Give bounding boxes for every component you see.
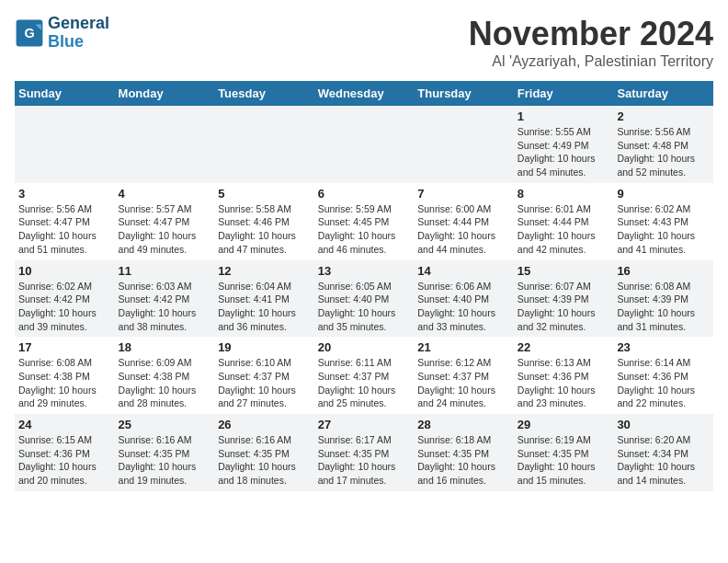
day-number: 6 xyxy=(318,187,411,201)
day-info: Sunrise: 6:19 AM Sunset: 4:35 PM Dayligh… xyxy=(518,433,610,488)
day-info: Sunrise: 6:16 AM Sunset: 4:35 PM Dayligh… xyxy=(218,433,311,488)
day-number: 5 xyxy=(218,187,311,201)
calendar-cell: 21Sunrise: 6:12 AM Sunset: 4:37 PM Dayli… xyxy=(414,337,514,414)
calendar-cell: 5Sunrise: 5:58 AM Sunset: 4:46 PM Daylig… xyxy=(214,183,314,260)
calendar-cell: 22Sunrise: 6:13 AM Sunset: 4:36 PM Dayli… xyxy=(514,337,614,414)
month-title: November 2024 xyxy=(469,15,713,53)
day-number: 29 xyxy=(518,418,610,431)
day-info: Sunrise: 6:14 AM Sunset: 4:36 PM Dayligh… xyxy=(617,356,710,410)
calendar-week-row: 10Sunrise: 6:02 AM Sunset: 4:42 PM Dayli… xyxy=(15,260,713,338)
day-info: Sunrise: 6:01 AM Sunset: 4:44 PM Dayligh… xyxy=(518,202,610,257)
day-info: Sunrise: 6:11 AM Sunset: 4:37 PM Dayligh… xyxy=(318,356,411,410)
calendar-cell: 9Sunrise: 6:02 AM Sunset: 4:43 PM Daylig… xyxy=(613,183,713,260)
calendar-cell: 29Sunrise: 6:19 AM Sunset: 4:35 PM Dayli… xyxy=(514,414,614,491)
header-day-saturday: Saturday xyxy=(613,81,713,106)
day-info: Sunrise: 6:15 AM Sunset: 4:36 PM Dayligh… xyxy=(18,433,111,488)
day-number: 10 xyxy=(18,264,111,278)
calendar-cell: 6Sunrise: 5:59 AM Sunset: 4:45 PM Daylig… xyxy=(314,183,415,260)
calendar-cell: 19Sunrise: 6:10 AM Sunset: 4:37 PM Dayli… xyxy=(214,337,314,414)
day-number: 14 xyxy=(417,264,510,278)
day-info: Sunrise: 6:16 AM Sunset: 4:35 PM Dayligh… xyxy=(119,433,211,488)
day-info: Sunrise: 5:56 AM Sunset: 4:48 PM Dayligh… xyxy=(617,125,710,179)
calendar-cell: 3Sunrise: 5:56 AM Sunset: 4:47 PM Daylig… xyxy=(15,183,115,260)
calendar-cell: 27Sunrise: 6:17 AM Sunset: 4:35 PM Dayli… xyxy=(314,414,415,491)
day-number: 15 xyxy=(518,264,610,278)
calendar-cell: 2Sunrise: 5:56 AM Sunset: 4:48 PM Daylig… xyxy=(613,106,713,183)
title-block: November 2024 Al 'Ayzariyah, Palestinian… xyxy=(469,15,713,70)
day-info: Sunrise: 5:55 AM Sunset: 4:49 PM Dayligh… xyxy=(518,125,610,179)
day-number: 8 xyxy=(518,187,610,201)
header-day-tuesday: Tuesday xyxy=(214,81,314,106)
header-day-thursday: Thursday xyxy=(414,81,514,106)
calendar-cell: 14Sunrise: 6:06 AM Sunset: 4:40 PM Dayli… xyxy=(414,260,514,338)
calendar-cell: 28Sunrise: 6:18 AM Sunset: 4:35 PM Dayli… xyxy=(414,414,514,491)
calendar-cell xyxy=(214,106,314,183)
day-number: 18 xyxy=(119,340,211,354)
logo-text-line1: General xyxy=(48,15,109,33)
calendar-cell: 20Sunrise: 6:11 AM Sunset: 4:37 PM Dayli… xyxy=(314,337,415,414)
day-number: 12 xyxy=(218,264,311,278)
day-info: Sunrise: 6:20 AM Sunset: 4:34 PM Dayligh… xyxy=(617,433,710,488)
day-number: 24 xyxy=(18,418,111,431)
logo-text-line2: Blue xyxy=(48,33,109,52)
calendar-cell: 15Sunrise: 6:07 AM Sunset: 4:39 PM Dayli… xyxy=(514,260,614,338)
calendar-cell: 23Sunrise: 6:14 AM Sunset: 4:36 PM Dayli… xyxy=(613,337,713,414)
calendar-week-row: 3Sunrise: 5:56 AM Sunset: 4:47 PM Daylig… xyxy=(15,183,713,260)
calendar-cell xyxy=(414,106,514,183)
day-number: 11 xyxy=(119,264,211,278)
day-info: Sunrise: 5:59 AM Sunset: 4:45 PM Dayligh… xyxy=(318,202,411,257)
day-number: 1 xyxy=(518,109,610,123)
day-number: 19 xyxy=(218,340,311,354)
svg-text:G: G xyxy=(24,26,34,40)
day-info: Sunrise: 6:03 AM Sunset: 4:42 PM Dayligh… xyxy=(119,280,211,334)
header-day-monday: Monday xyxy=(115,81,215,106)
day-info: Sunrise: 6:09 AM Sunset: 4:38 PM Dayligh… xyxy=(119,356,211,410)
day-info: Sunrise: 6:10 AM Sunset: 4:37 PM Dayligh… xyxy=(218,356,311,410)
calendar-cell: 26Sunrise: 6:16 AM Sunset: 4:35 PM Dayli… xyxy=(214,414,314,491)
header-day-wednesday: Wednesday xyxy=(314,81,415,106)
calendar-week-row: 1Sunrise: 5:55 AM Sunset: 4:49 PM Daylig… xyxy=(15,106,713,183)
day-info: Sunrise: 6:13 AM Sunset: 4:36 PM Dayligh… xyxy=(518,356,610,410)
calendar-cell: 25Sunrise: 6:16 AM Sunset: 4:35 PM Dayli… xyxy=(115,414,215,491)
day-number: 3 xyxy=(18,187,111,201)
calendar-cell: 8Sunrise: 6:01 AM Sunset: 4:44 PM Daylig… xyxy=(514,183,614,260)
calendar-cell: 24Sunrise: 6:15 AM Sunset: 4:36 PM Dayli… xyxy=(15,414,115,491)
day-info: Sunrise: 6:12 AM Sunset: 4:37 PM Dayligh… xyxy=(417,356,510,410)
calendar-cell xyxy=(15,106,115,183)
day-number: 22 xyxy=(518,340,610,354)
calendar-cell: 10Sunrise: 6:02 AM Sunset: 4:42 PM Dayli… xyxy=(15,260,115,338)
calendar-week-row: 17Sunrise: 6:08 AM Sunset: 4:38 PM Dayli… xyxy=(15,337,713,414)
calendar-cell: 13Sunrise: 6:05 AM Sunset: 4:40 PM Dayli… xyxy=(314,260,415,338)
day-number: 27 xyxy=(318,418,411,431)
calendar-cell: 16Sunrise: 6:08 AM Sunset: 4:39 PM Dayli… xyxy=(613,260,713,338)
day-info: Sunrise: 6:08 AM Sunset: 4:38 PM Dayligh… xyxy=(18,356,111,410)
day-number: 7 xyxy=(417,187,510,201)
day-info: Sunrise: 6:00 AM Sunset: 4:44 PM Dayligh… xyxy=(417,202,510,257)
day-info: Sunrise: 5:56 AM Sunset: 4:47 PM Dayligh… xyxy=(18,202,111,257)
calendar-cell: 4Sunrise: 5:57 AM Sunset: 4:47 PM Daylig… xyxy=(115,183,215,260)
page-header: G General Blue November 2024 Al 'Ayzariy… xyxy=(15,15,713,70)
day-number: 4 xyxy=(119,187,211,201)
day-number: 17 xyxy=(18,340,111,354)
calendar-cell xyxy=(115,106,215,183)
day-number: 26 xyxy=(218,418,311,431)
day-info: Sunrise: 6:02 AM Sunset: 4:43 PM Dayligh… xyxy=(617,202,710,257)
day-info: Sunrise: 6:04 AM Sunset: 4:41 PM Dayligh… xyxy=(218,280,311,334)
calendar-week-row: 24Sunrise: 6:15 AM Sunset: 4:36 PM Dayli… xyxy=(15,414,713,491)
day-number: 28 xyxy=(417,418,510,431)
header-day-friday: Friday xyxy=(514,81,614,106)
calendar-cell xyxy=(314,106,415,183)
day-number: 16 xyxy=(617,264,710,278)
day-number: 13 xyxy=(318,264,411,278)
day-info: Sunrise: 6:06 AM Sunset: 4:40 PM Dayligh… xyxy=(417,280,510,334)
day-number: 2 xyxy=(617,109,710,123)
calendar-cell: 12Sunrise: 6:04 AM Sunset: 4:41 PM Dayli… xyxy=(214,260,314,338)
calendar-cell: 17Sunrise: 6:08 AM Sunset: 4:38 PM Dayli… xyxy=(15,337,115,414)
day-number: 25 xyxy=(119,418,211,431)
day-info: Sunrise: 6:05 AM Sunset: 4:40 PM Dayligh… xyxy=(318,280,411,334)
day-info: Sunrise: 6:18 AM Sunset: 4:35 PM Dayligh… xyxy=(417,433,510,488)
calendar-header-row: SundayMondayTuesdayWednesdayThursdayFrid… xyxy=(15,81,713,106)
calendar-cell: 18Sunrise: 6:09 AM Sunset: 4:38 PM Dayli… xyxy=(115,337,215,414)
day-number: 9 xyxy=(617,187,710,201)
logo-icon: G xyxy=(15,18,44,48)
